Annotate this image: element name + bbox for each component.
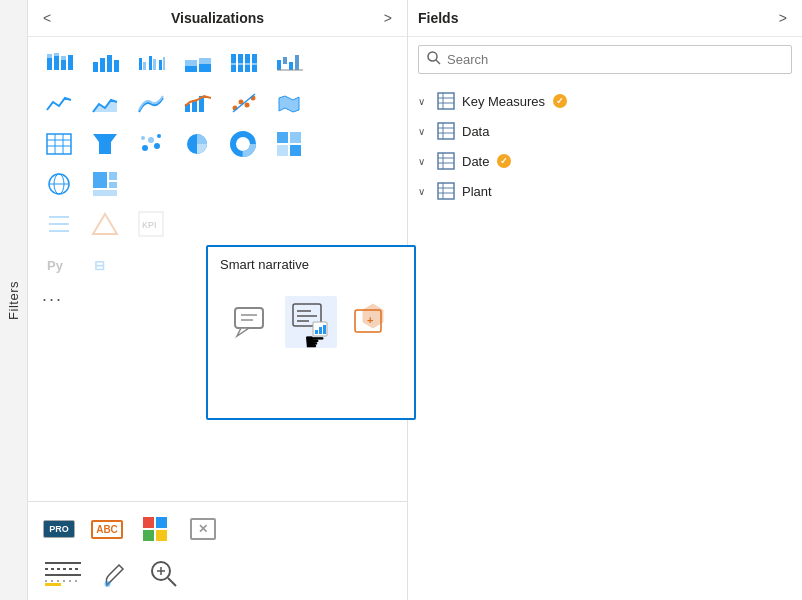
field-group-key-measures: ∨ Key Measures ✓ — [408, 86, 802, 116]
viz-icon-r-visual[interactable]: ⊟ — [84, 245, 126, 283]
svg-rect-104 — [438, 93, 454, 109]
viz-icon-bar-chart[interactable] — [84, 45, 126, 83]
viz-icon-area-chart[interactable] — [84, 85, 126, 123]
fields-nav-right[interactable]: > — [774, 8, 792, 28]
viz-icon-slicer[interactable] — [38, 205, 80, 243]
badge-date: ✓ — [497, 154, 511, 168]
viz-icon-stacked-bar[interactable] — [38, 45, 80, 83]
svg-rect-57 — [290, 145, 301, 156]
viz-icon-combo-chart[interactable] — [176, 85, 218, 123]
svg-rect-16 — [163, 57, 165, 70]
svg-text:Py: Py — [47, 258, 64, 273]
svg-text:+: + — [367, 314, 373, 326]
svg-rect-2 — [54, 56, 59, 70]
svg-rect-17 — [185, 66, 197, 72]
svg-rect-54 — [277, 132, 288, 143]
field-group-data: ∨ Data — [408, 116, 802, 146]
viz-icon-funnel[interactable] — [84, 125, 126, 163]
svg-rect-40 — [47, 134, 71, 154]
svg-text:KPI: KPI — [142, 220, 157, 230]
viz-icon-tiles[interactable] — [134, 510, 176, 548]
popup-icon-marketplace[interactable]: + — [345, 296, 397, 348]
viz-analytics-icon[interactable] — [142, 554, 184, 592]
viz-nav-left[interactable]: < — [38, 8, 56, 28]
svg-rect-112 — [438, 153, 454, 169]
viz-icon-100-stacked[interactable] — [222, 45, 264, 83]
badge-key-measures: ✓ — [553, 94, 567, 108]
svg-marker-45 — [93, 134, 117, 154]
field-group-name-key-measures: Key Measures — [462, 94, 545, 109]
viz-icon-scatter-line[interactable] — [222, 85, 264, 123]
visualizations-panel: < Visualizations > — [28, 0, 408, 600]
viz-icon-scatter[interactable] — [130, 125, 172, 163]
svg-rect-8 — [100, 58, 105, 72]
svg-rect-21 — [231, 54, 236, 72]
viz-row-2 — [38, 85, 397, 123]
viz-icon-python[interactable]: Py — [38, 245, 80, 283]
smart-narrative-popup: Smart narrative — [206, 245, 416, 420]
svg-marker-68 — [93, 214, 117, 234]
svg-rect-64 — [93, 190, 117, 196]
popup-icon-smart-narrative[interactable]: ☛ — [285, 296, 337, 348]
search-input[interactable] — [447, 52, 783, 67]
popup-icon-chat[interactable] — [225, 296, 277, 348]
svg-rect-89 — [156, 517, 167, 528]
field-group-name-plant: Plant — [462, 184, 492, 199]
viz-icon-pro[interactable]: PRO — [38, 510, 80, 548]
viz-icon-pie[interactable] — [176, 125, 218, 163]
viz-icon-waterfall[interactable] — [268, 45, 310, 83]
svg-rect-90 — [143, 530, 154, 541]
svg-rect-24 — [252, 54, 257, 72]
field-group-header-plant[interactable]: ∨ Plant — [408, 176, 802, 206]
viz-icon-treemap[interactable] — [84, 165, 126, 203]
viz-bottom-section: PRO ABC ✕ — [28, 501, 407, 600]
field-group-header-data[interactable]: ∨ Data — [408, 116, 802, 146]
chevron-key-measures: ∨ — [418, 96, 430, 107]
viz-icon-globe[interactable] — [38, 165, 80, 203]
svg-rect-23 — [245, 54, 250, 72]
viz-icon-abc[interactable]: ABC — [86, 510, 128, 548]
viz-icon-line-chart[interactable] — [38, 85, 80, 123]
viz-row-3 — [38, 125, 397, 163]
svg-rect-0 — [47, 58, 52, 70]
viz-icon-ribbon-chart[interactable] — [130, 85, 172, 123]
svg-rect-5 — [61, 56, 66, 60]
svg-point-37 — [245, 103, 250, 108]
viz-paintbrush-icon[interactable] — [94, 554, 136, 592]
viz-more-label[interactable]: ... — [38, 285, 63, 306]
filters-panel[interactable]: Filters — [0, 0, 28, 600]
svg-rect-12 — [143, 62, 146, 70]
viz-icon-map-chart[interactable] — [268, 85, 310, 123]
svg-point-47 — [148, 137, 154, 143]
search-box[interactable] — [418, 45, 792, 74]
svg-point-102 — [428, 52, 437, 61]
viz-icon-column-chart[interactable] — [176, 45, 218, 83]
svg-rect-27 — [283, 57, 287, 64]
svg-rect-62 — [109, 172, 117, 180]
field-group-header-key-measures[interactable]: ∨ Key Measures ✓ — [408, 86, 802, 116]
viz-bottom-icons: PRO ABC ✕ — [38, 510, 397, 548]
viz-format-tools — [38, 554, 397, 592]
filters-label: Filters — [6, 281, 21, 320]
svg-rect-4 — [61, 60, 66, 70]
viz-icon-table[interactable] — [38, 125, 80, 163]
popup-icons-row: ☛ + — [216, 296, 406, 348]
svg-line-99 — [168, 578, 176, 586]
viz-icon-matrix[interactable] — [268, 125, 310, 163]
svg-point-48 — [154, 143, 160, 149]
svg-rect-28 — [289, 62, 293, 70]
viz-icon-delta[interactable] — [84, 205, 126, 243]
viz-format-icon[interactable] — [38, 554, 88, 592]
viz-nav-right[interactable]: > — [379, 8, 397, 28]
viz-icon-close[interactable]: ✕ — [182, 510, 224, 548]
svg-rect-29 — [295, 55, 299, 70]
viz-icon-clustered-bar[interactable] — [130, 45, 172, 83]
svg-rect-88 — [143, 517, 154, 528]
field-group-header-date[interactable]: ∨ Date ✓ — [408, 146, 802, 176]
svg-rect-15 — [159, 60, 162, 70]
viz-icon-kpi[interactable]: KPI — [130, 205, 172, 243]
svg-line-39 — [233, 94, 255, 112]
svg-rect-63 — [109, 182, 117, 188]
svg-rect-61 — [93, 172, 107, 188]
viz-icon-donut[interactable] — [222, 125, 264, 163]
